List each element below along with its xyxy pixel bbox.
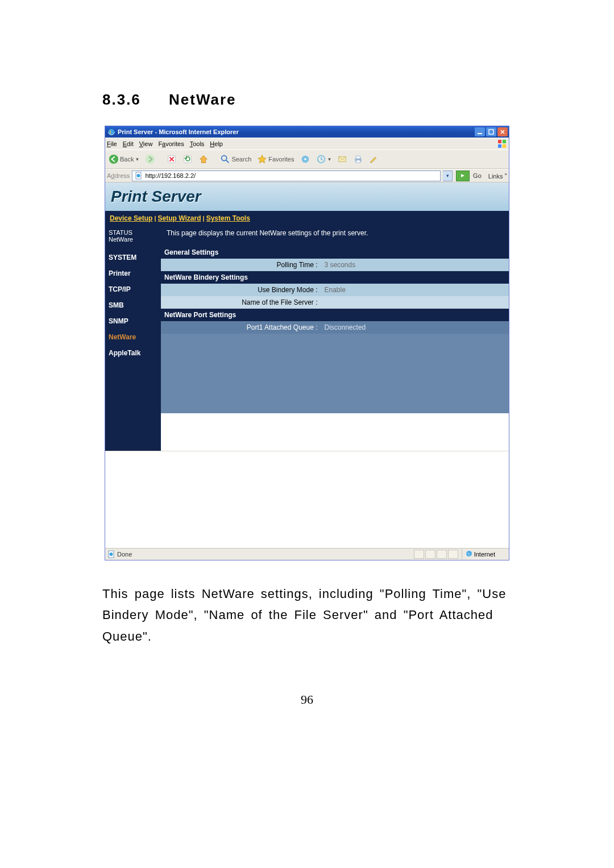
menu-favorites[interactable]: Favorites [158,140,184,147]
blank-area [105,451,509,548]
label-port-queue: Port1 Attached Queue : [161,321,321,334]
favorites-button[interactable]: Favorites [255,153,296,165]
refresh-button[interactable] [181,153,194,165]
ie-logo-icon [107,128,115,136]
address-label: Address [107,172,130,179]
status-cell [448,550,458,559]
page-number: 96 [102,692,512,707]
stop-button[interactable] [165,153,179,165]
window-title: Print Server - Microsoft Internet Explor… [118,128,475,135]
window-close-button[interactable] [497,127,508,136]
svg-rect-2 [489,130,493,134]
section-heading: 8.3.6 NetWare [102,91,512,109]
menu-file[interactable]: File [107,140,117,147]
chevron-down-icon: ▼ [135,157,139,162]
section-title: NetWare [169,91,237,108]
address-dropdown-button[interactable]: ▾ [443,171,453,181]
edit-button[interactable] [367,153,381,165]
status-cell [437,550,447,559]
svg-rect-6 [503,144,506,148]
print-button[interactable] [351,153,365,165]
sidebar: SYSTEM Printer TCP/IP SMB SNMP NetWare A… [105,246,161,451]
svg-point-20 [137,174,140,177]
menu-tools[interactable]: Tools [190,140,205,147]
top-nav: Device Setup | Setup Wizard | System Too… [105,211,509,226]
menu-help[interactable]: Help [210,140,223,147]
status-text: Done [117,551,132,558]
label-polling-time: Polling Time : [161,259,321,271]
internet-zone-icon [466,550,472,558]
menu-bar: File Edit View Favorites Tools Help [105,138,509,149]
page-content: Print Server Device Setup | Setup Wizard… [105,182,509,548]
zone-text: Internet [474,551,495,558]
sidebar-status-sub: NetWare [109,236,157,243]
menu-view[interactable]: View [139,140,153,147]
svg-point-13 [304,158,306,160]
value-bindery-mode: Enable [321,284,509,296]
svg-rect-5 [498,144,501,148]
page-description: This page displays the current NetWare s… [161,226,509,246]
back-button[interactable]: Back ▼ [107,153,141,165]
section-port-settings: NetWare Port Settings [161,309,509,321]
section-number: 8.3.6 [102,91,141,108]
svg-rect-17 [356,156,360,159]
window-minimize-button[interactable] [475,127,485,136]
address-value: http://192.168.2.2/ [145,172,196,179]
section-bindery-settings: NetWare Bindery Settings [161,271,509,284]
caption-text: This page lists NetWare settings, includ… [102,583,512,647]
svg-point-11 [222,156,227,161]
sidebar-item-printer[interactable]: Printer [109,265,157,281]
home-button[interactable] [197,153,210,165]
sidebar-item-appletalk[interactable]: AppleTalk [109,345,157,361]
address-input[interactable]: http://192.168.2.2/ [132,171,441,181]
toolbar: Back ▼ Search Favorites [105,149,509,169]
label-file-server: Name of the File Server : [161,296,321,309]
sidebar-item-system[interactable]: SYSTEM [109,250,157,265]
svg-point-8 [146,155,155,164]
favorites-label: Favorites [268,156,294,163]
window-titlebar: Print Server - Microsoft Internet Explor… [105,126,509,138]
sidebar-item-netware[interactable]: NetWare [109,329,157,345]
nav-device-setup[interactable]: Device Setup [110,214,152,222]
svg-rect-3 [498,140,501,143]
search-button[interactable]: Search [218,153,253,165]
go-label: Go [473,172,482,179]
window-maximize-button[interactable] [486,127,496,136]
forward-button[interactable] [143,153,157,165]
value-port-queue: Disconnected [321,321,509,334]
svg-rect-18 [356,160,360,163]
sidebar-status-heading: STATUS [109,229,157,236]
page-icon [135,172,143,180]
back-label: Back [120,156,134,163]
history-button[interactable]: ▼ [314,153,334,165]
status-cell [425,550,435,559]
browser-window: Print Server - Microsoft Internet Explor… [105,126,509,560]
address-bar: Address http://192.168.2.2/ ▾ Go Links » [105,169,509,182]
nav-system-tools[interactable]: System Tools [206,214,250,222]
sidebar-item-tcpip[interactable]: TCP/IP [109,281,157,297]
status-bar: Done Internet [105,548,509,560]
sidebar-item-snmp[interactable]: SNMP [109,313,157,329]
app-header: Print Server [105,182,509,211]
chevron-down-icon: ▼ [327,157,332,162]
sidebar-item-smb[interactable]: SMB [109,297,157,313]
windows-flag-icon [497,139,507,149]
svg-rect-1 [478,133,482,134]
menu-edit[interactable]: Edit [123,140,134,147]
label-bindery-mode: Use Bindery Mode : [161,284,321,296]
media-button[interactable] [298,153,312,165]
nav-setup-wizard[interactable]: Setup Wizard [158,214,201,222]
brand-title: Print Server [111,188,201,206]
value-file-server [321,296,509,309]
svg-rect-4 [503,140,506,143]
page-icon [107,550,115,558]
mail-button[interactable] [335,153,349,165]
links-button[interactable]: Links » [488,172,507,180]
value-polling-time: 3 seconds [321,259,509,271]
search-label: Search [231,156,251,163]
settings-content: General Settings Polling Time : 3 second… [161,246,509,451]
go-button[interactable] [456,171,470,181]
section-general-settings: General Settings [161,246,509,259]
svg-point-7 [109,155,118,164]
status-cell [414,550,424,559]
